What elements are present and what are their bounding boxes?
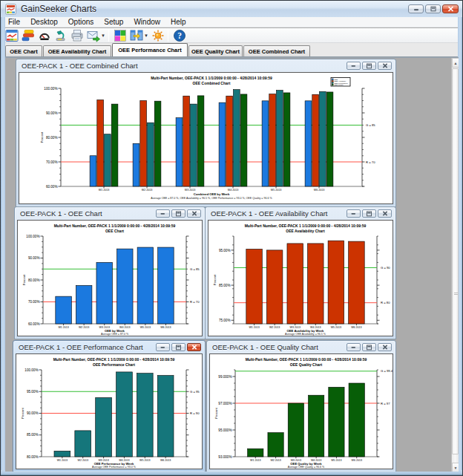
chart-client-area: Multi-Part Number, OEE-PACK 1 1/1/2009 0… <box>16 353 203 469</box>
chart-oee-performance-chart: Multi-Part Number, OEE-PACK 1 1/1/2009 0… <box>16 354 202 469</box>
vertical-scrollbar[interactable]: ▲ ▼ <box>451 58 459 472</box>
chart-client-area: Multi-Part Number, OEE-PACK 1 1/1/2009 0… <box>17 220 203 336</box>
child-window-title-bar[interactable]: OEE-PACK 1 - OEE Chart <box>17 207 203 220</box>
desk-lamp-icon <box>54 29 68 42</box>
icon-shape <box>12 11 15 13</box>
help-icon: ? <box>173 29 186 42</box>
bar <box>116 372 133 457</box>
chart-header: Multi-Part Number, OEE-PACK 1 1/1/2009 0… <box>151 76 272 80</box>
y-axis-title: Percent <box>21 407 24 418</box>
child-window-oee-pack-1-oee-availability-chart: OEE-PACK 1 - OEE Availability ChartMulti… <box>205 206 396 339</box>
scroll-down-button[interactable]: ▼ <box>452 463 459 472</box>
x-tick-label: W6 2013 <box>352 459 362 462</box>
child-maximize-button[interactable] <box>171 343 185 351</box>
tab-oee-performance-chart[interactable]: OEE Performance Chart <box>112 43 188 56</box>
menu-file[interactable]: File <box>3 17 25 27</box>
bar <box>75 431 91 457</box>
child-window-title: OEE-PACK 1 - OEE Quality Chart <box>212 343 318 351</box>
child-window-title-bar[interactable]: OEE-PACK 1 - OEE Performance Chart <box>16 341 203 353</box>
icon-shape <box>115 30 120 36</box>
bar <box>96 262 113 324</box>
bar <box>308 244 324 324</box>
tab-bar: OEE ChartOEE Availability ChartOEE Perfo… <box>3 43 460 57</box>
child-window-title-bar[interactable]: OEE-PACK 1 - OEE Availability Chart <box>208 207 393 220</box>
tab-oee-availability-chart[interactable]: OEE Availability Chart <box>43 45 111 56</box>
chart-window-button[interactable] <box>4 29 19 42</box>
menu-window[interactable]: Window <box>128 17 165 27</box>
bar <box>154 101 161 186</box>
dropdown-caret-icon[interactable]: ▼ <box>144 33 148 38</box>
close-button[interactable] <box>442 4 459 13</box>
child-minimize-button[interactable] <box>156 209 170 218</box>
child-caption-buttons <box>347 209 392 218</box>
chart-oee-availability-chart: Multi-Part Number, OEE-PACK 1 1/1/2009 0… <box>208 221 393 336</box>
menu-desktop[interactable]: Desktop <box>25 17 63 27</box>
y-tick-label: 80.00% <box>27 455 39 459</box>
gauge-icon <box>38 29 51 42</box>
desk-lamp-button[interactable] <box>53 29 68 42</box>
child-maximize-button[interactable] <box>362 62 376 70</box>
y-tick-label: 70.00% <box>28 300 40 304</box>
icon-shape <box>192 345 196 349</box>
child-close-button[interactable] <box>187 343 201 351</box>
bar <box>176 118 183 186</box>
tab-oee-chart[interactable]: OEE Chart <box>5 45 42 56</box>
child-maximize-button[interactable] <box>362 209 376 218</box>
bar <box>97 100 104 186</box>
x-tick-label: W6 2013 <box>160 459 171 462</box>
sun-button[interactable] <box>151 29 165 42</box>
x-tick-label: W6 2013 <box>160 326 171 329</box>
child-window-title-bar[interactable]: OEE-PACK 1 - OEE Quality Chart <box>209 341 393 353</box>
menu-setup[interactable]: Setup <box>99 17 128 27</box>
x-tick-label: W5 2013 <box>140 326 151 329</box>
scrollbar-thumb[interactable] <box>452 68 459 454</box>
child-close-button[interactable] <box>378 62 392 70</box>
tile-windows-button[interactable]: ▼ <box>129 29 149 42</box>
bar <box>158 247 174 324</box>
bar-chart-button[interactable] <box>21 29 36 42</box>
email-send-button[interactable]: ▼ <box>86 29 106 42</box>
x-tick-label: W4 2013 <box>228 189 238 192</box>
menu-options[interactable]: Options <box>63 17 99 27</box>
gauge-button[interactable] <box>37 29 52 42</box>
reference-line-label: R = 70 <box>366 160 375 164</box>
chart-footer: Average OEE = 87.0 %, OEE Availability =… <box>151 197 272 200</box>
icon-shape <box>177 345 181 350</box>
icon-shape <box>120 36 125 41</box>
child-minimize-button[interactable] <box>347 209 361 218</box>
child-window-title-bar[interactable]: OEE-PACK 1 - OEE Combined Chart <box>19 59 393 72</box>
icon-shape <box>138 30 142 33</box>
reference-line-label: R = 80 <box>381 301 390 304</box>
minimize-button[interactable] <box>408 4 424 13</box>
child-close-button[interactable] <box>378 209 392 218</box>
child-close-button[interactable] <box>187 209 201 218</box>
bar <box>183 96 190 186</box>
y-tick-label: 95.00% <box>219 249 231 252</box>
tab-oee-quality-chart[interactable]: OEE Quality Chart <box>188 45 243 56</box>
y-axis-title: Percent <box>213 274 217 285</box>
x-axis-title: Combined OEE by Week <box>194 192 230 196</box>
close-icon <box>191 345 197 350</box>
child-window-oee-pack-1-oee-performance-chart: OEE-PACK 1 - OEE Performance ChartMulti-… <box>13 340 206 472</box>
child-close-button[interactable] <box>378 343 392 351</box>
child-maximize-button[interactable] <box>171 209 185 218</box>
dropdown-caret-icon[interactable]: ▼ <box>101 33 105 38</box>
icon-shape <box>352 347 356 348</box>
child-minimize-button[interactable] <box>347 62 361 70</box>
help-button[interactable]: ? <box>172 29 187 42</box>
scroll-up-button[interactable]: ▲ <box>452 58 459 68</box>
y-tick-label: 80.00% <box>28 278 40 282</box>
menu-help[interactable]: Help <box>165 17 191 27</box>
child-maximize-button[interactable] <box>362 343 376 351</box>
icon-shape <box>88 31 97 38</box>
reference-line-label: G = 85 <box>190 267 200 271</box>
color-grid-button[interactable] <box>113 29 128 42</box>
printer-button[interactable] <box>70 29 85 42</box>
tab-oee-combined-chart[interactable]: OEE Combined Chart <box>243 45 310 56</box>
maximize-button[interactable] <box>425 4 441 13</box>
maximize-icon <box>175 345 182 351</box>
child-minimize-button[interactable] <box>156 343 170 351</box>
chart-oee-combined-chart: Multi-Part Number, OEE-PACK 1 1/1/2009 0… <box>19 73 393 203</box>
icon-shape <box>161 347 165 348</box>
child-minimize-button[interactable] <box>347 343 361 351</box>
